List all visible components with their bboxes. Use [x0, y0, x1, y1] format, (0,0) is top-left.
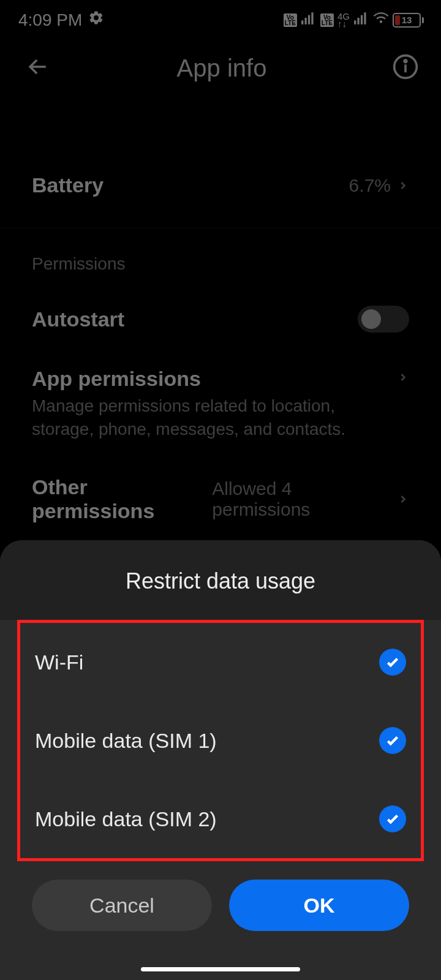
check-icon [379, 649, 406, 676]
screen: 4:09 PM VoLTE VoLTE 4G↑↓ [0, 0, 441, 980]
option-sim1[interactable]: Mobile data (SIM 1) [20, 701, 421, 780]
option-label: Mobile data (SIM 1) [35, 729, 217, 753]
option-wifi[interactable]: Wi-Fi [20, 623, 421, 701]
restrict-data-dialog: Restrict data usage Wi-Fi Mobile data (S… [0, 540, 441, 980]
option-sim2[interactable]: Mobile data (SIM 2) [20, 780, 421, 858]
check-icon [379, 727, 406, 754]
option-label: Mobile data (SIM 2) [35, 807, 217, 831]
home-indicator[interactable] [141, 967, 300, 971]
cancel-button[interactable]: Cancel [32, 880, 212, 931]
ok-button[interactable]: OK [229, 880, 409, 931]
option-label: Wi-Fi [35, 650, 83, 674]
dialog-buttons: Cancel OK [0, 861, 441, 931]
check-icon [379, 805, 406, 832]
options-highlight-box: Wi-Fi Mobile data (SIM 1) Mobile data (S… [17, 620, 424, 861]
dialog-title: Restrict data usage [0, 540, 441, 620]
